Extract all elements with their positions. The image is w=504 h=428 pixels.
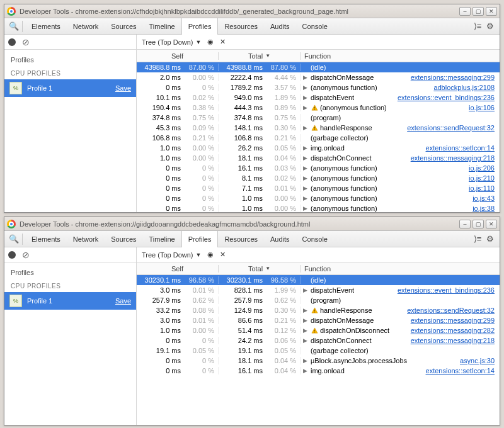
close-button[interactable]: ✕ (486, 7, 497, 16)
source-link[interactable]: extensions::messaging:299 (411, 317, 500, 324)
tab-network[interactable]: Network (67, 231, 105, 247)
profile-row[interactable]: 45.3 ms0.09 %148.1 ms0.30 %▶handleRespon… (137, 123, 500, 133)
source-link[interactable]: extensions::messaging:218 (411, 154, 500, 162)
tab-network[interactable]: Network (67, 18, 105, 35)
profile-row[interactable]: 0 ms0 %1789.2 ms3.57 %▶(anonymous functi… (137, 82, 500, 93)
clear-icon[interactable]: ⊘ (22, 37, 30, 47)
source-link[interactable]: io.js:110 (469, 184, 500, 192)
tab-resources[interactable]: Resources (218, 231, 264, 247)
minimize-button[interactable]: – (459, 220, 471, 228)
source-link[interactable]: adblockplus.js:2108 (433, 84, 500, 91)
tab-timeline[interactable]: Timeline (143, 18, 181, 35)
drawer-toggle-icon[interactable]: ⟩≡ (472, 234, 483, 245)
profile-row[interactable]: 374.8 ms0.75 %374.8 ms0.75 %(program) (137, 113, 500, 123)
profile-row[interactable]: 3.0 ms0.01 %828.1 ms1.99 %▶dispatchEvent… (137, 285, 500, 295)
tab-console[interactable]: Console (296, 231, 334, 247)
profile-row[interactable]: 0 ms0 %8.1 ms0.02 %▶(anonymous function)… (137, 173, 500, 183)
tab-console[interactable]: Console (296, 18, 334, 35)
profile-row[interactable]: 0 ms0 %16.1 ms0.04 %▶img.onloadextension… (137, 366, 500, 376)
tab-elements[interactable]: Elements (25, 231, 67, 247)
source-link[interactable]: extensions::messaging:299 (411, 74, 500, 81)
profile-row[interactable]: 1.0 ms0.00 %18.1 ms0.04 %▶dispatchOnConn… (137, 153, 500, 163)
expand-icon[interactable]: ▶ (303, 155, 309, 161)
source-link[interactable]: io.js:38 (472, 205, 500, 212)
source-link[interactable]: extensions::event_bindings:236 (398, 94, 500, 101)
source-link[interactable]: extensions::setIcon:14 (426, 144, 500, 152)
profile-row[interactable]: 10.1 ms0.02 %949.0 ms1.89 %▶dispatchEven… (137, 93, 500, 103)
profile-row[interactable]: 43988.8 ms87.80 %43988.8 ms87.80 %(idle) (137, 62, 500, 72)
expand-icon[interactable]: ▶ (303, 337, 309, 344)
profile-table[interactable]: 30230.1 ms96.58 %30230.1 ms96.58 %(idle)… (137, 275, 500, 425)
profile-item[interactable]: %Profile 1Save (4, 292, 136, 310)
titlebar[interactable]: Developer Tools - chrome-extension://cfh… (4, 4, 500, 18)
source-link[interactable]: io.js:106 (469, 104, 500, 111)
expand-icon[interactable]: ▶ (303, 327, 309, 334)
expand-icon[interactable]: ▶ (303, 185, 309, 191)
expand-icon[interactable]: ▶ (303, 195, 309, 201)
profile-row[interactable]: 3.0 ms0.01 %86.6 ms0.21 %▶dispatchOnMess… (137, 315, 500, 325)
profile-table[interactable]: 43988.8 ms87.80 %43988.8 ms87.80 %(idle)… (137, 62, 500, 212)
source-link[interactable]: io.js:206 (469, 164, 500, 172)
tab-sources[interactable]: Sources (105, 18, 142, 35)
maximize-button[interactable]: ▢ (472, 220, 484, 228)
search-icon[interactable]: 🔍 (8, 234, 20, 245)
profile-row[interactable]: 0 ms0 %16.1 ms0.03 %▶(anonymous function… (137, 163, 500, 173)
profile-row[interactable]: 190.4 ms0.38 %444.3 ms0.89 %▶(anonymous … (137, 103, 500, 113)
close-icon[interactable]: ✕ (220, 251, 226, 259)
focus-icon[interactable]: ◉ (207, 251, 214, 259)
source-link[interactable]: extensions::sendRequest:32 (407, 124, 500, 132)
profile-row[interactable]: 1.0 ms0.00 %26.2 ms0.05 %▶img.onloadexte… (137, 143, 500, 153)
profile-row[interactable]: 30230.1 ms96.58 %30230.1 ms96.58 %(idle) (137, 275, 500, 285)
expand-icon[interactable]: ▶ (303, 145, 309, 151)
source-link[interactable]: extensions::sendRequest:32 (407, 307, 500, 314)
profile-row[interactable]: 0 ms0 %7.1 ms0.01 %▶(anonymous function)… (137, 183, 500, 193)
profile-row[interactable]: 0 ms0 %1.0 ms0.00 %▶(anonymous function)… (137, 203, 500, 212)
col-total[interactable]: Total ▼ (219, 52, 301, 60)
titlebar[interactable]: Developer Tools - chrome-extension://gii… (4, 217, 500, 231)
view-mode-select[interactable]: Tree (Top Down) ▼ (142, 251, 201, 259)
tab-sources[interactable]: Sources (105, 231, 142, 247)
expand-icon[interactable]: ▶ (303, 287, 309, 293)
expand-icon[interactable]: ▶ (303, 175, 309, 181)
expand-icon[interactable]: ▶ (303, 368, 309, 374)
clear-icon[interactable]: ⊘ (22, 250, 30, 260)
close-icon[interactable]: ✕ (220, 38, 226, 46)
search-icon[interactable]: 🔍 (8, 21, 20, 32)
profile-row[interactable]: 0 ms0 %1.0 ms0.00 %▶(anonymous function)… (137, 193, 500, 203)
source-link[interactable]: async.js:30 (460, 357, 500, 364)
drawer-toggle-icon[interactable]: ⟩≡ (472, 21, 483, 32)
profile-row[interactable]: 0 ms0 %18.1 ms0.04 %▶µBlock.asyncJobs.pr… (137, 356, 500, 366)
source-link[interactable]: extensions::setIcon:14 (426, 367, 500, 374)
tab-audits[interactable]: Audits (264, 231, 296, 247)
expand-icon[interactable]: ▶ (303, 165, 309, 171)
profile-row[interactable]: 106.8 ms0.21 %106.8 ms0.21 %(garbage col… (137, 133, 500, 143)
record-button[interactable] (8, 38, 16, 46)
tab-profiles[interactable]: Profiles (181, 18, 219, 35)
tab-timeline[interactable]: Timeline (143, 231, 181, 247)
col-function[interactable]: Function (301, 52, 500, 60)
focus-icon[interactable]: ◉ (207, 38, 214, 46)
tab-resources[interactable]: Resources (218, 18, 264, 35)
expand-icon[interactable]: ▶ (303, 125, 309, 131)
profile-row[interactable]: 33.2 ms0.08 %124.9 ms0.30 %▶handleRespon… (137, 305, 500, 315)
close-button[interactable]: ✕ (486, 220, 497, 228)
source-link[interactable]: extensions::event_bindings:236 (398, 286, 500, 294)
expand-icon[interactable]: ▶ (303, 84, 309, 91)
col-self[interactable]: Self (137, 52, 219, 60)
source-link[interactable]: extensions::messaging:218 (411, 337, 500, 344)
expand-icon[interactable]: ▶ (303, 358, 309, 364)
col-self[interactable]: Self (137, 265, 219, 273)
profile-row[interactable]: 257.9 ms0.62 %257.9 ms0.62 %(program) (137, 295, 500, 305)
view-mode-select[interactable]: Tree (Top Down) ▼ (142, 38, 201, 46)
tab-audits[interactable]: Audits (264, 18, 296, 35)
profile-row[interactable]: 1.0 ms0.00 %51.4 ms0.12 %▶dispatchOnDisc… (137, 325, 500, 335)
expand-icon[interactable]: ▶ (303, 307, 309, 313)
record-button[interactable] (8, 251, 16, 259)
expand-icon[interactable]: ▶ (303, 94, 309, 101)
maximize-button[interactable]: ▢ (472, 7, 484, 16)
settings-icon[interactable]: ⚙ (484, 234, 496, 245)
tab-elements[interactable]: Elements (25, 18, 67, 35)
source-link[interactable]: io.js:210 (469, 174, 500, 182)
profile-row[interactable]: 19.1 ms0.05 %19.1 ms0.05 %(garbage colle… (137, 346, 500, 356)
expand-icon[interactable]: ▶ (303, 74, 309, 81)
